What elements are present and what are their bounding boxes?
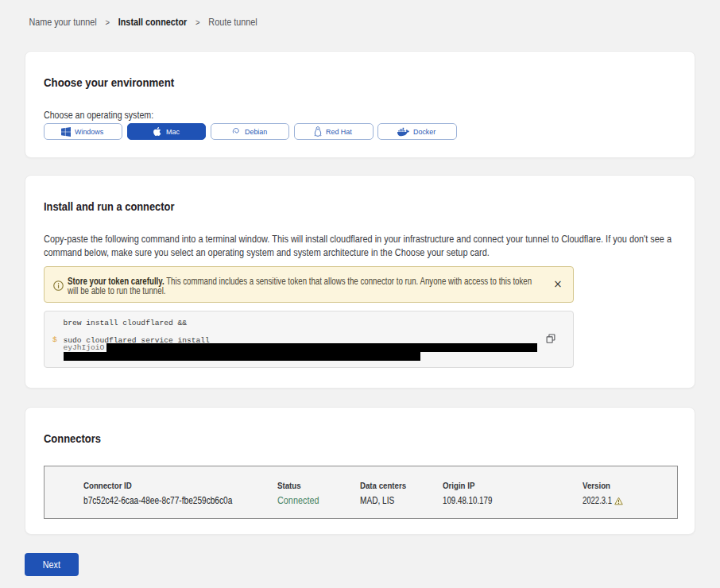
install-card-title: Install and run a connector	[44, 200, 672, 213]
install-connector-card: Install and run a connector Copy-paste t…	[25, 175, 695, 389]
next-button[interactable]: Next	[25, 553, 79, 576]
close-icon[interactable]: ×	[553, 279, 562, 289]
breadcrumb-separator: >	[105, 17, 110, 27]
warning-triangle-icon	[614, 497, 623, 505]
os-button-docker[interactable]: Docker	[377, 123, 456, 140]
warning-text: Store your token carefully. This command…	[68, 277, 534, 296]
token-warning-banner: Store your token carefully. This command…	[44, 266, 574, 304]
os-button-label: Windows	[75, 127, 103, 136]
breadcrumb-step-route-tunnel[interactable]: Route tunnel	[208, 17, 257, 28]
connector-id-cell: b7c52c42-6caa-48ee-8c77-fbe259cb6c0a	[45, 495, 277, 506]
col-version-text: Version	[583, 481, 610, 490]
connector-version-cell: 2022.3.1	[583, 495, 677, 506]
apple-icon	[153, 126, 162, 137]
info-icon	[53, 280, 64, 292]
col-origin-ip: Origin IP	[443, 481, 583, 490]
connectors-card-title-text: Connectors	[44, 432, 101, 445]
col-status: Status	[277, 481, 360, 490]
os-button-label: Red Hat	[326, 127, 352, 136]
connector-row: b7c52c42-6caa-48ee-8c77-fbe259cb6c0a Con…	[45, 495, 677, 506]
windows-icon	[61, 127, 71, 137]
install-description: Copy-paste the following command into a …	[44, 233, 675, 260]
os-button-label: Debian	[245, 127, 267, 136]
debian-icon	[232, 127, 241, 136]
redacted-token-bar-1	[106, 343, 537, 352]
os-button-red-hat[interactable]: Red Hat	[294, 123, 373, 140]
breadcrumb-step-install-connector[interactable]: Install connector	[118, 17, 187, 28]
col-origin-ip-text: Origin IP	[443, 481, 474, 490]
col-data-centers: Data centers	[360, 481, 443, 490]
copy-icon[interactable]	[546, 334, 555, 346]
connector-originip-cell: 109.48.10.179	[443, 495, 583, 506]
docker-icon	[397, 127, 409, 137]
connectors-card-title: Connectors	[44, 432, 672, 445]
os-button-windows[interactable]: Windows	[44, 123, 122, 140]
os-button-debian[interactable]: Debian	[211, 123, 289, 140]
col-data-centers-text: Data centers	[360, 481, 406, 490]
install-command-codeblock: brew install cloudflared &&sudo cloudfla…	[44, 311, 574, 368]
token-prefix: eyJhIjoiO	[64, 343, 105, 352]
environment-card-title: Choose your environment	[44, 76, 672, 89]
os-select-label-text: Choose an operating system:	[44, 110, 153, 121]
connector-status-text: Connected	[277, 495, 319, 506]
connector-version-text: 2022.3.1	[583, 495, 612, 506]
connector-datacenters-text: MAD, LIS	[360, 495, 394, 506]
os-select-label: Choose an operating system:	[44, 110, 672, 121]
linux-icon	[314, 126, 322, 137]
col-connector-id: Connector ID	[45, 481, 277, 490]
breadcrumb: Name your tunnel > Install connector > R…	[25, 0, 629, 28]
breadcrumb-separator: >	[195, 17, 200, 27]
os-button-label: Mac	[166, 127, 180, 136]
code-line-brew: brew install cloudflared &&	[64, 319, 574, 327]
connector-originip-text: 109.48.10.179	[443, 495, 492, 506]
connectors-card: Connectors Connector ID Status Data cent…	[25, 407, 695, 536]
breadcrumb-step-name-your-tunnel[interactable]: Name your tunnel	[29, 17, 96, 28]
os-button-label: Docker	[413, 127, 435, 136]
os-button-group: WindowsMacDebianRed HatDocker	[44, 123, 672, 140]
install-card-title-text: Install and run a connector	[44, 200, 174, 213]
connector-status-cell: Connected	[277, 495, 360, 506]
col-version: Version	[583, 481, 677, 490]
connectors-table: Connector ID Status Data centers Origin …	[44, 466, 678, 520]
connector-datacenters-cell: MAD, LIS	[360, 495, 443, 506]
terminal-prompt: $	[52, 336, 57, 344]
col-status-text: Status	[277, 481, 301, 490]
redacted-token-bar-2	[64, 352, 420, 362]
connector-id-text: b7c52c42-6caa-48ee-8c77-fbe259cb6c0a	[83, 495, 232, 506]
next-button-label: Next	[43, 559, 60, 571]
connectors-table-header: Connector ID Status Data centers Origin …	[45, 481, 677, 490]
environment-card-title-text: Choose your environment	[44, 76, 174, 89]
choose-environment-card: Choose your environment Choose an operat…	[25, 51, 695, 158]
os-button-mac[interactable]: Mac	[127, 123, 206, 140]
col-connector-id-text: Connector ID	[83, 481, 132, 490]
